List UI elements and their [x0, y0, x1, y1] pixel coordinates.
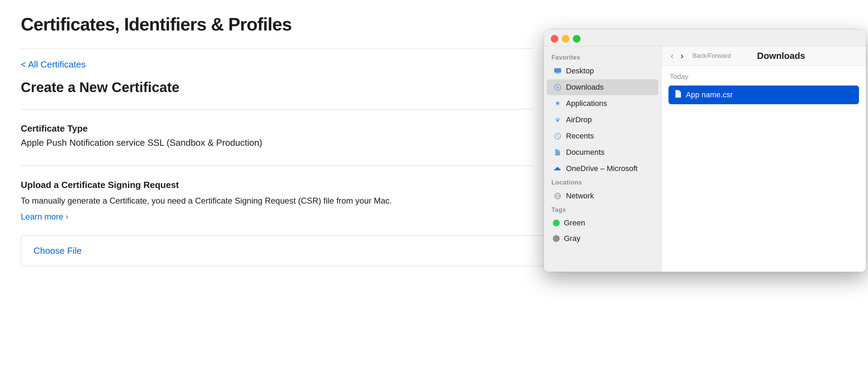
sidebar-item-onedrive[interactable]: OneDrive – Microsoft [547, 161, 658, 177]
documents-icon [553, 147, 563, 157]
back-forward-label: Back/Forward [692, 52, 731, 60]
back-arrow-button[interactable]: ‹ [668, 50, 676, 62]
certificate-type-label: Certificate Type [21, 123, 533, 134]
locations-label: Locations [544, 177, 661, 188]
upload-description: To manually generate a Certificate, you … [21, 195, 533, 207]
sidebar-item-network[interactable]: Network [547, 188, 658, 204]
airdrop-icon [553, 115, 563, 125]
recents-icon [553, 131, 563, 141]
onedrive-icon [553, 164, 563, 173]
finder-sidebar: Favorites Desktop [544, 46, 662, 272]
finder-body: Favorites Desktop [544, 46, 866, 272]
sidebar-item-tag-green[interactable]: Green [547, 215, 658, 231]
sidebar-item-recents-label: Recents [566, 132, 594, 141]
learn-more-link[interactable]: Learn more › [21, 212, 68, 221]
sidebar-item-airdrop-label: AirDrop [566, 115, 592, 124]
sidebar-item-applications-label: Applications [566, 99, 607, 108]
svg-rect-0 [554, 68, 561, 73]
choose-file-button[interactable]: Choose File [34, 245, 82, 256]
section-divider [21, 109, 533, 109]
upload-divider [21, 165, 533, 166]
forward-arrow-button[interactable]: › [679, 50, 686, 62]
nav-arrows: ‹ › [668, 50, 685, 62]
close-button[interactable] [551, 35, 558, 43]
back-link[interactable]: < All Certificates [21, 59, 86, 70]
finder-titlebar [544, 29, 866, 46]
maximize-button[interactable] [573, 35, 581, 43]
sidebar-item-recents[interactable]: Recents [547, 128, 658, 144]
finder-window-title: Downloads [731, 51, 831, 61]
sidebar-item-documents-label: Documents [566, 148, 604, 157]
sidebar-item-applications[interactable]: Applications [547, 96, 658, 111]
tags-label: Tags [544, 204, 661, 215]
section-title: Create a New Certificate [21, 80, 533, 95]
tag-gray-label: Gray [564, 234, 581, 243]
sidebar-item-onedrive-label: OneDrive – Microsoft [566, 164, 638, 173]
gray-tag-dot [553, 235, 560, 242]
upload-section: Upload a Certificate Signing Request To … [21, 180, 533, 222]
finder-content: Today App name.csr [662, 66, 866, 272]
file-csr-name: App name.csr [686, 90, 733, 99]
choose-file-box[interactable]: Choose File [21, 235, 561, 266]
minimize-button[interactable] [562, 35, 569, 43]
tag-green-label: Green [564, 218, 585, 227]
finder-right-pane: ‹ › Back/Forward Downloads Today [662, 46, 866, 272]
file-csr-icon [675, 90, 682, 100]
finder-toolbar: ‹ › Back/Forward Downloads [662, 46, 866, 66]
sidebar-item-tag-gray[interactable]: Gray [547, 231, 658, 246]
network-icon [553, 191, 563, 201]
sidebar-item-downloads[interactable]: Downloads [547, 79, 658, 95]
certificate-type-group: Certificate Type Apple Push Notification… [21, 123, 533, 148]
upload-title: Upload a Certificate Signing Request [21, 180, 533, 190]
today-label: Today [668, 73, 859, 81]
green-tag-dot [553, 220, 560, 226]
sidebar-item-airdrop[interactable]: AirDrop [547, 112, 658, 128]
main-content: Certificates, Identifiers & Profiles < A… [0, 0, 554, 280]
downloads-icon [553, 82, 563, 92]
svg-rect-1 [556, 73, 559, 74]
sidebar-item-network-label: Network [566, 191, 594, 200]
finder-window: Favorites Desktop [544, 29, 866, 272]
applications-icon [553, 99, 563, 108]
svg-point-3 [557, 120, 559, 122]
favorites-label: Favorites [544, 52, 661, 63]
certificate-type-value: Apple Push Notification service SSL (San… [21, 137, 533, 148]
sidebar-item-desktop-label: Desktop [566, 66, 594, 75]
top-divider [21, 48, 533, 49]
desktop-icon [553, 66, 563, 76]
sidebar-item-desktop[interactable]: Desktop [547, 63, 658, 79]
file-item-csr[interactable]: App name.csr [668, 86, 859, 104]
window-controls [551, 35, 581, 43]
sidebar-item-documents[interactable]: Documents [547, 144, 658, 160]
sidebar-item-downloads-label: Downloads [566, 83, 604, 92]
page-title: Certificates, Identifiers & Profiles [21, 14, 533, 35]
